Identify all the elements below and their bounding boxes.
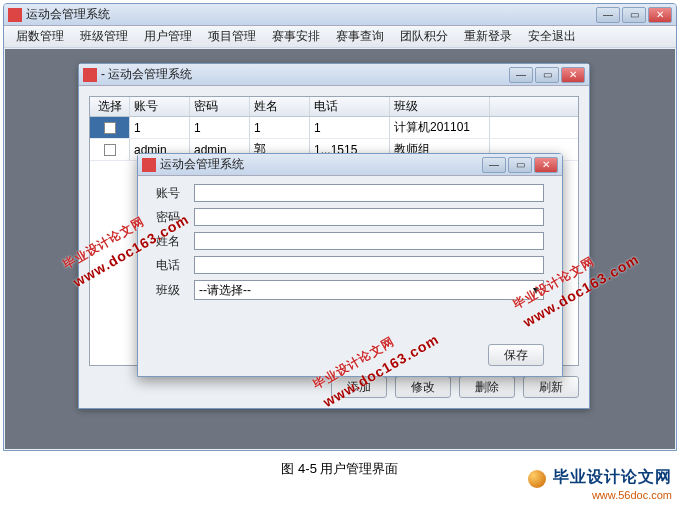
row-password: 密码 <box>156 208 544 226</box>
account-input[interactable] <box>194 184 544 202</box>
table-header-row: 选择 账号 密码 姓名 电话 班级 <box>90 97 578 117</box>
refresh-button[interactable]: 刷新 <box>523 376 579 398</box>
action-buttons: 添加 修改 删除 刷新 <box>85 376 579 398</box>
user-form: 账号 密码 姓名 电话 班级 --请选择- <box>156 184 544 306</box>
mdi-workspace: - 运动会管理系统 — ▭ ✕ 选择 账号 密码 姓名 电话 班级 <box>5 49 675 449</box>
dialog-close-button[interactable]: ✕ <box>534 157 558 173</box>
save-button[interactable]: 保存 <box>488 344 544 366</box>
menu-users[interactable]: 用户管理 <box>136 26 200 47</box>
menubar: 届数管理 班级管理 用户管理 项目管理 赛事安排 赛事查询 团队积分 重新登录 … <box>4 26 676 48</box>
child-maximize-button[interactable]: ▭ <box>535 67 559 83</box>
child-app-icon <box>83 68 97 82</box>
col-account: 账号 <box>130 97 190 116</box>
row-name: 姓名 <box>156 232 544 250</box>
dialog-minimize-button[interactable]: — <box>482 157 506 173</box>
tel-cell: 1 <box>310 117 390 138</box>
main-window: 运动会管理系统 — ▭ ✕ 届数管理 班级管理 用户管理 项目管理 赛事安排 赛… <box>3 3 677 451</box>
menu-team-score[interactable]: 团队积分 <box>392 26 456 47</box>
label-class: 班级 <box>156 282 194 299</box>
brand-url: www.56doc.com <box>592 489 672 501</box>
dialog-titlebar: 运动会管理系统 — ▭ ✕ <box>138 154 562 176</box>
select-cell[interactable] <box>90 117 130 138</box>
child-minimize-button[interactable]: — <box>509 67 533 83</box>
menu-exit[interactable]: 安全退出 <box>520 26 584 47</box>
main-window-buttons: — ▭ ✕ <box>596 7 672 23</box>
menu-sessions[interactable]: 届数管理 <box>8 26 72 47</box>
account-cell: 1 <box>130 117 190 138</box>
label-tel: 电话 <box>156 257 194 274</box>
class-select-value: --请选择-- <box>199 282 251 299</box>
table-row[interactable]: 1 1 1 1 计算机201101 <box>90 117 578 139</box>
brand-name: 毕业设计论文网 <box>553 468 672 485</box>
child-window-buttons: — ▭ ✕ <box>509 67 585 83</box>
add-button[interactable]: 添加 <box>331 376 387 398</box>
dialog-app-icon <box>142 158 156 172</box>
child-close-button[interactable]: ✕ <box>561 67 585 83</box>
main-title: 运动会管理系统 <box>26 6 596 23</box>
col-select: 选择 <box>90 97 130 116</box>
child-title: - 运动会管理系统 <box>101 66 509 83</box>
tel-input[interactable] <box>194 256 544 274</box>
menu-query[interactable]: 赛事查询 <box>328 26 392 47</box>
minimize-button[interactable]: — <box>596 7 620 23</box>
name-input[interactable] <box>194 232 544 250</box>
chevron-down-icon: ▾ <box>533 283 539 297</box>
checkbox-icon[interactable] <box>104 144 116 156</box>
class-cell: 计算机201101 <box>390 117 490 138</box>
dialog-maximize-button[interactable]: ▭ <box>508 157 532 173</box>
main-titlebar: 运动会管理系统 — ▭ ✕ <box>4 4 676 26</box>
password-cell: 1 <box>190 117 250 138</box>
col-class: 班级 <box>390 97 490 116</box>
col-name: 姓名 <box>250 97 310 116</box>
dialog-title: 运动会管理系统 <box>160 156 482 173</box>
select-cell[interactable] <box>90 139 130 160</box>
menu-classes[interactable]: 班级管理 <box>72 26 136 47</box>
label-name: 姓名 <box>156 233 194 250</box>
name-cell: 1 <box>250 117 310 138</box>
col-tel: 电话 <box>310 97 390 116</box>
row-account: 账号 <box>156 184 544 202</box>
menu-projects[interactable]: 项目管理 <box>200 26 264 47</box>
brand-icon <box>528 470 546 488</box>
delete-button[interactable]: 删除 <box>459 376 515 398</box>
row-tel: 电话 <box>156 256 544 274</box>
dialog-buttons: 保存 <box>488 344 544 366</box>
app-icon <box>8 8 22 22</box>
dialog-window-buttons: — ▭ ✕ <box>482 157 558 173</box>
checkbox-icon[interactable] <box>104 122 116 134</box>
menu-relogin[interactable]: 重新登录 <box>456 26 520 47</box>
edit-button[interactable]: 修改 <box>395 376 451 398</box>
close-button[interactable]: ✕ <box>648 7 672 23</box>
user-edit-dialog: 运动会管理系统 — ▭ ✕ 账号 密码 姓名 <box>137 153 563 377</box>
brand-logo: 毕业设计论文网 www.56doc.com <box>528 467 672 502</box>
label-account: 账号 <box>156 185 194 202</box>
password-input[interactable] <box>194 208 544 226</box>
maximize-button[interactable]: ▭ <box>622 7 646 23</box>
row-class: 班级 --请选择-- ▾ <box>156 280 544 300</box>
menu-schedule[interactable]: 赛事安排 <box>264 26 328 47</box>
child-titlebar: - 运动会管理系统 — ▭ ✕ <box>79 64 589 86</box>
col-password: 密码 <box>190 97 250 116</box>
label-password: 密码 <box>156 209 194 226</box>
class-select[interactable]: --请选择-- ▾ <box>194 280 544 300</box>
